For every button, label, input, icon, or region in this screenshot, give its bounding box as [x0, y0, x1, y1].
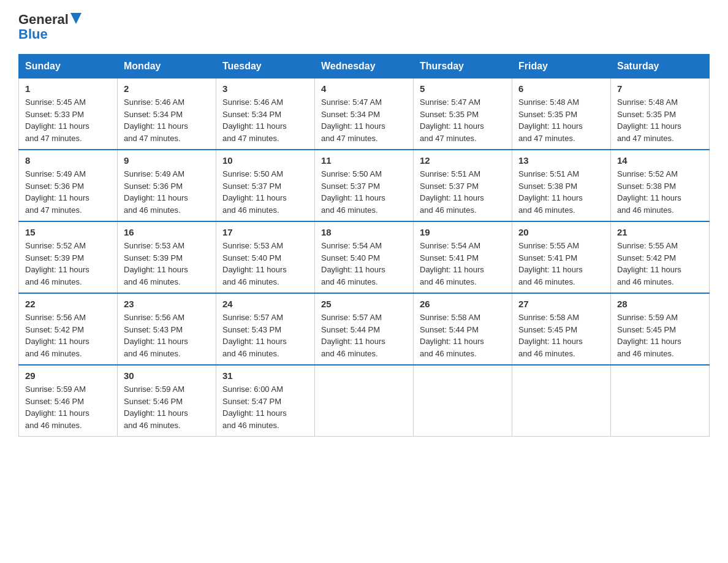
calendar-cell: 31 Sunrise: 6:00 AM Sunset: 5:47 PM Dayl…: [216, 365, 315, 437]
calendar-header-row: SundayMondayTuesdayWednesdayThursdayFrid…: [19, 55, 710, 79]
day-info: Sunrise: 5:56 AM Sunset: 5:43 PM Dayligh…: [124, 312, 210, 359]
day-info: Sunrise: 5:55 AM Sunset: 5:42 PM Dayligh…: [617, 240, 703, 288]
day-info: Sunrise: 5:58 AM Sunset: 5:44 PM Dayligh…: [420, 312, 506, 359]
calendar-cell: 18 Sunrise: 5:54 AM Sunset: 5:40 PM Dayl…: [315, 221, 414, 293]
calendar-cell: 5 Sunrise: 5:47 AM Sunset: 5:35 PM Dayli…: [414, 79, 512, 150]
day-number: 18: [321, 227, 407, 237]
day-info: Sunrise: 5:54 AM Sunset: 5:41 PM Dayligh…: [420, 240, 506, 288]
day-number: 9: [124, 155, 210, 166]
calendar-week-row: 1 Sunrise: 5:45 AM Sunset: 5:33 PM Dayli…: [19, 79, 710, 150]
calendar-cell: 23 Sunrise: 5:56 AM Sunset: 5:43 PM Dayl…: [118, 293, 216, 365]
calendar-cell: 2 Sunrise: 5:46 AM Sunset: 5:34 PM Dayli…: [118, 79, 216, 150]
calendar-cell: 21 Sunrise: 5:55 AM Sunset: 5:42 PM Dayl…: [611, 221, 710, 293]
day-info: Sunrise: 5:59 AM Sunset: 5:46 PM Dayligh…: [25, 383, 111, 431]
weekday-header-saturday: Saturday: [611, 55, 710, 79]
day-number: 7: [617, 83, 703, 94]
calendar-cell: 10 Sunrise: 5:50 AM Sunset: 5:37 PM Dayl…: [216, 150, 315, 221]
calendar-week-row: 8 Sunrise: 5:49 AM Sunset: 5:36 PM Dayli…: [19, 150, 710, 221]
calendar-cell: 28 Sunrise: 5:59 AM Sunset: 5:45 PM Dayl…: [611, 293, 710, 365]
page-header: General Blue: [18, 12, 710, 42]
day-info: Sunrise: 5:49 AM Sunset: 5:36 PM Dayligh…: [124, 168, 210, 216]
day-info: Sunrise: 5:53 AM Sunset: 5:39 PM Dayligh…: [124, 240, 210, 288]
day-number: 25: [321, 299, 407, 309]
weekday-header-tuesday: Tuesday: [216, 55, 315, 79]
day-number: 24: [222, 299, 308, 309]
day-info: Sunrise: 5:50 AM Sunset: 5:37 PM Dayligh…: [321, 168, 407, 216]
day-number: 17: [222, 227, 308, 237]
day-number: 11: [321, 155, 407, 166]
day-number: 21: [617, 227, 703, 237]
weekday-header-friday: Friday: [512, 55, 611, 79]
day-number: 31: [222, 370, 308, 381]
day-number: 14: [617, 155, 703, 166]
day-info: Sunrise: 5:57 AM Sunset: 5:44 PM Dayligh…: [321, 312, 407, 359]
calendar-week-row: 15 Sunrise: 5:52 AM Sunset: 5:39 PM Dayl…: [19, 221, 710, 293]
calendar-cell: 1 Sunrise: 5:45 AM Sunset: 5:33 PM Dayli…: [19, 79, 118, 150]
day-info: Sunrise: 5:48 AM Sunset: 5:35 PM Dayligh…: [518, 96, 604, 144]
calendar-cell: 16 Sunrise: 5:53 AM Sunset: 5:39 PM Dayl…: [118, 221, 216, 293]
day-number: 3: [222, 83, 308, 94]
calendar-cell: 8 Sunrise: 5:49 AM Sunset: 5:36 PM Dayli…: [19, 150, 118, 221]
day-info: Sunrise: 5:45 AM Sunset: 5:33 PM Dayligh…: [25, 96, 111, 144]
logo-blue: Blue: [18, 27, 82, 42]
svg-marker-0: [70, 13, 82, 24]
day-info: Sunrise: 5:55 AM Sunset: 5:41 PM Dayligh…: [518, 240, 604, 288]
calendar-cell: 11 Sunrise: 5:50 AM Sunset: 5:37 PM Dayl…: [315, 150, 414, 221]
day-number: 30: [124, 370, 210, 381]
day-number: 5: [420, 83, 506, 94]
day-info: Sunrise: 5:51 AM Sunset: 5:37 PM Dayligh…: [420, 168, 506, 216]
day-info: Sunrise: 5:58 AM Sunset: 5:45 PM Dayligh…: [518, 312, 604, 359]
day-number: 12: [420, 155, 506, 166]
calendar-week-row: 22 Sunrise: 5:56 AM Sunset: 5:42 PM Dayl…: [19, 293, 710, 365]
calendar-cell: 14 Sunrise: 5:52 AM Sunset: 5:38 PM Dayl…: [611, 150, 710, 221]
calendar-cell: 27 Sunrise: 5:58 AM Sunset: 5:45 PM Dayl…: [512, 293, 611, 365]
day-info: Sunrise: 5:54 AM Sunset: 5:40 PM Dayligh…: [321, 240, 407, 288]
day-info: Sunrise: 5:46 AM Sunset: 5:34 PM Dayligh…: [124, 96, 210, 144]
day-info: Sunrise: 5:48 AM Sunset: 5:35 PM Dayligh…: [617, 96, 703, 144]
calendar-cell: 26 Sunrise: 5:58 AM Sunset: 5:44 PM Dayl…: [414, 293, 512, 365]
day-number: 29: [25, 370, 111, 381]
day-info: Sunrise: 5:47 AM Sunset: 5:35 PM Dayligh…: [420, 96, 506, 144]
logo-general: General: [18, 12, 69, 27]
calendar-cell: 25 Sunrise: 5:57 AM Sunset: 5:44 PM Dayl…: [315, 293, 414, 365]
weekday-header-monday: Monday: [118, 55, 216, 79]
day-number: 22: [25, 299, 111, 309]
day-info: Sunrise: 5:52 AM Sunset: 5:39 PM Dayligh…: [25, 240, 111, 288]
day-number: 28: [617, 299, 703, 309]
calendar-week-row: 29 Sunrise: 5:59 AM Sunset: 5:46 PM Dayl…: [19, 365, 710, 437]
day-info: Sunrise: 5:59 AM Sunset: 5:45 PM Dayligh…: [617, 312, 703, 359]
day-info: Sunrise: 6:00 AM Sunset: 5:47 PM Dayligh…: [222, 383, 308, 431]
calendar-cell: 29 Sunrise: 5:59 AM Sunset: 5:46 PM Dayl…: [19, 365, 118, 437]
calendar-cell: 20 Sunrise: 5:55 AM Sunset: 5:41 PM Dayl…: [512, 221, 611, 293]
weekday-header-thursday: Thursday: [414, 55, 512, 79]
day-info: Sunrise: 5:53 AM Sunset: 5:40 PM Dayligh…: [222, 240, 308, 288]
day-info: Sunrise: 5:59 AM Sunset: 5:46 PM Dayligh…: [124, 383, 210, 431]
day-info: Sunrise: 5:47 AM Sunset: 5:34 PM Dayligh…: [321, 96, 407, 144]
weekday-header-wednesday: Wednesday: [315, 55, 414, 79]
day-number: 16: [124, 227, 210, 237]
logo-arrow-icon: [70, 12, 82, 27]
day-info: Sunrise: 5:56 AM Sunset: 5:42 PM Dayligh…: [25, 312, 111, 359]
calendar-cell: 15 Sunrise: 5:52 AM Sunset: 5:39 PM Dayl…: [19, 221, 118, 293]
calendar-cell: 13 Sunrise: 5:51 AM Sunset: 5:38 PM Dayl…: [512, 150, 611, 221]
day-number: 1: [25, 83, 111, 94]
day-number: 20: [518, 227, 604, 237]
day-number: 15: [25, 227, 111, 237]
calendar-cell: [611, 365, 710, 437]
day-info: Sunrise: 5:51 AM Sunset: 5:38 PM Dayligh…: [518, 168, 604, 216]
calendar-cell: 4 Sunrise: 5:47 AM Sunset: 5:34 PM Dayli…: [315, 79, 414, 150]
calendar-cell: [414, 365, 512, 437]
calendar-cell: 12 Sunrise: 5:51 AM Sunset: 5:37 PM Dayl…: [414, 150, 512, 221]
day-number: 6: [518, 83, 604, 94]
day-number: 13: [518, 155, 604, 166]
day-number: 4: [321, 83, 407, 94]
day-number: 26: [420, 299, 506, 309]
calendar-cell: 24 Sunrise: 5:57 AM Sunset: 5:43 PM Dayl…: [216, 293, 315, 365]
day-number: 2: [124, 83, 210, 94]
day-info: Sunrise: 5:50 AM Sunset: 5:37 PM Dayligh…: [222, 168, 308, 216]
calendar-cell: [512, 365, 611, 437]
weekday-header-sunday: Sunday: [19, 55, 118, 79]
calendar-cell: 6 Sunrise: 5:48 AM Sunset: 5:35 PM Dayli…: [512, 79, 611, 150]
day-info: Sunrise: 5:52 AM Sunset: 5:38 PM Dayligh…: [617, 168, 703, 216]
calendar-cell: 7 Sunrise: 5:48 AM Sunset: 5:35 PM Dayli…: [611, 79, 710, 150]
